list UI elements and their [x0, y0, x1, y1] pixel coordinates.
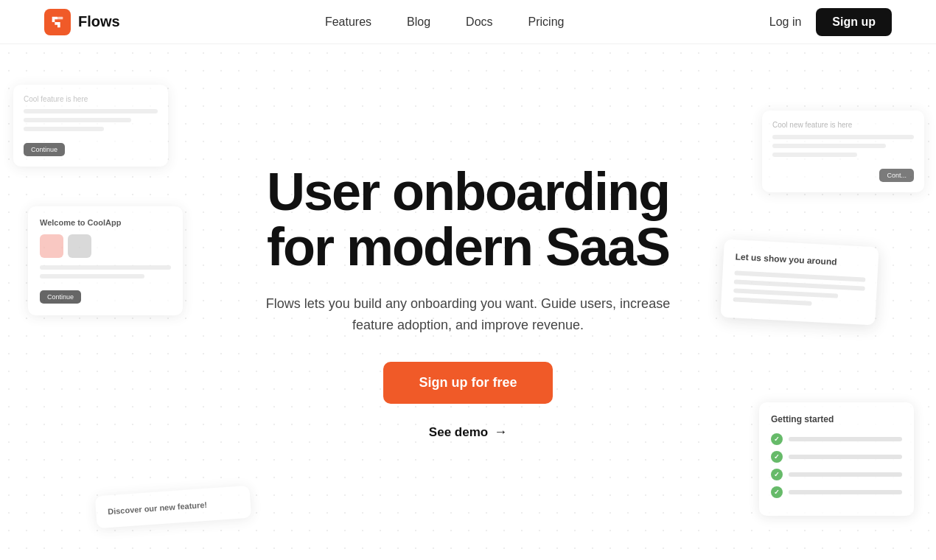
nav-actions: Log in Sign up	[769, 8, 892, 36]
card-tl-line2	[24, 118, 131, 122]
nav-links: Features Blog Docs Pricing	[325, 15, 565, 29]
card-tl-btn: Continue	[24, 143, 65, 156]
hero-cta-button[interactable]: Sign up for free	[383, 362, 552, 404]
card-tl-title: Cool feature is here	[24, 95, 158, 103]
nav-pricing[interactable]: Pricing	[528, 15, 565, 29]
ui-card-bot-left: Discover our new feature!	[95, 486, 252, 529]
card-ml-title: Welcome to CoolApp	[40, 218, 171, 227]
ui-card-mid-left: Welcome to CoolApp Continue	[28, 206, 183, 315]
card-bl-text: Discover our new feature!	[108, 498, 239, 516]
hero-cta-wrapper: Sign up for free	[262, 362, 674, 424]
ui-card-top-left: Cool feature is here Continue	[13, 85, 168, 167]
login-button[interactable]: Log in	[769, 15, 802, 29]
puzzle-gray	[68, 234, 91, 258]
hero-section: Cool feature is here Continue Welcome to…	[0, 44, 936, 560]
ui-card-mid-right: Let us show you around	[720, 239, 879, 326]
card-tl-line3	[24, 127, 104, 131]
check-line-1	[789, 437, 902, 441]
card-ml-line1	[40, 265, 171, 270]
checklist-item-4	[771, 486, 902, 498]
check-line-2	[789, 455, 902, 459]
svg-rect-0	[57, 16, 63, 19]
checklist-item-1	[771, 433, 902, 445]
card-tl-line1	[24, 109, 158, 113]
ui-card-bot-right: Getting started	[759, 402, 914, 516]
nav-features[interactable]: Features	[325, 15, 371, 29]
check-icon-4	[771, 486, 783, 498]
check-line-3	[789, 472, 902, 477]
hero-title-line2: for modern SaaS	[267, 217, 669, 276]
check-icon-1	[771, 433, 783, 445]
hero-subtitle: Flows lets you build any onboarding you …	[262, 293, 674, 336]
card-tr-line1	[772, 135, 914, 139]
check-icon-2	[771, 451, 783, 463]
card-ml-line2	[40, 274, 144, 279]
hero-title: User onboarding for modern SaaS	[262, 164, 674, 276]
puzzle-pink	[40, 234, 63, 258]
nav-blog[interactable]: Blog	[407, 15, 430, 29]
ui-card-top-right: Cool new feature is here Cont...	[762, 111, 924, 192]
card-ml-btn: Continue	[40, 290, 81, 304]
check-line-4	[789, 490, 902, 494]
hero-center: User onboarding for modern SaaS Flows le…	[262, 164, 674, 441]
card-tr-line3	[772, 153, 857, 157]
card-tr-title: Cool new feature is here	[772, 121, 914, 129]
navbar: Flows Features Blog Docs Pricing Log in …	[0, 0, 936, 44]
card-mr-title: Let us show you around	[735, 251, 866, 268]
checklist-item-2	[771, 451, 902, 463]
hero-title-line1: User onboarding	[267, 162, 669, 221]
check-icon-3	[771, 469, 783, 480]
card-br-title: Getting started	[771, 414, 902, 424]
hero-demo-link[interactable]: See demo →	[262, 424, 674, 440]
checklist-item-3	[771, 469, 902, 480]
signup-button[interactable]: Sign up	[816, 8, 892, 36]
logo[interactable]: Flows	[44, 9, 120, 35]
card-tr-line2	[772, 144, 886, 148]
card-ml-puzzle	[40, 234, 171, 258]
logo-icon	[44, 9, 71, 35]
hero-demo-arrow: →	[494, 424, 507, 440]
hero-demo-text: See demo	[429, 425, 488, 440]
card-tr-btn: Cont...	[879, 169, 914, 182]
card-mr-line3	[733, 288, 839, 298]
logo-text: Flows	[78, 13, 120, 30]
nav-docs[interactable]: Docs	[466, 15, 492, 29]
card-mr-line4	[733, 297, 811, 306]
